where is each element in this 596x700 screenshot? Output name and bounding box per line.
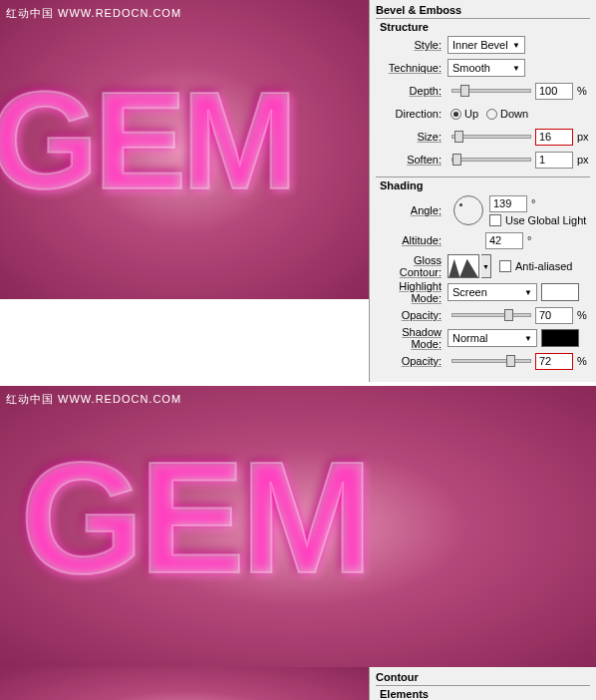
- highlight-mode-select[interactable]: Screen ▼: [447, 283, 537, 301]
- dropdown-arrow-icon: ▼: [524, 334, 532, 343]
- shadow-opacity-unit: %: [577, 355, 587, 367]
- gloss-antialiased-checkbox[interactable]: [499, 260, 511, 272]
- highlight-mode-value: Screen: [452, 286, 487, 298]
- shading-legend: Shading: [376, 179, 427, 191]
- shading-fieldset: Shading Angle: ° Use Global Light Altitu: [376, 176, 590, 372]
- preview-middle: 红动中国 WWW.REDOCN.COM GEM: [0, 386, 596, 667]
- structure-fieldset: Structure Style: Inner Bevel ▼ Technique…: [376, 18, 590, 171]
- global-light-label: Use Global Light: [505, 214, 586, 226]
- structure-legend: Structure: [376, 21, 433, 33]
- highlight-opacity-slider[interactable]: [451, 313, 531, 317]
- watermark-text: 红动中国 WWW.REDOCN.COM: [6, 392, 181, 407]
- technique-value: Smooth: [452, 62, 490, 74]
- watermark-text: 红动中国 WWW.REDOCN.COM: [6, 6, 181, 21]
- preview-bottom: [0, 667, 369, 700]
- preview-top: 红动中国 WWW.REDOCN.COM GEM: [0, 0, 369, 299]
- size-slider[interactable]: [451, 135, 531, 139]
- panel-title: Bevel & Emboss: [376, 4, 590, 16]
- style-label: Style:: [376, 39, 447, 51]
- contour-title: Contour: [376, 671, 590, 683]
- shadow-opacity-label: Opacity:: [376, 355, 447, 367]
- depth-input[interactable]: [535, 83, 573, 100]
- shadow-mode-label: Shadow Mode:: [376, 326, 447, 350]
- shadow-opacity-input[interactable]: [535, 353, 573, 370]
- soften-label: Soften:: [376, 154, 447, 166]
- angle-label: Angle:: [376, 204, 447, 216]
- highlight-opacity-unit: %: [577, 309, 587, 321]
- shadow-mode-value: Normal: [452, 332, 487, 344]
- soften-unit: px: [577, 154, 589, 166]
- direction-label: Direction:: [376, 108, 447, 120]
- angle-input[interactable]: [489, 195, 527, 212]
- soften-input[interactable]: [535, 152, 573, 169]
- altitude-input[interactable]: [485, 232, 523, 249]
- down-label: Down: [500, 108, 528, 120]
- style-value: Inner Bevel: [452, 39, 508, 51]
- technique-label: Technique:: [376, 62, 447, 74]
- gem-text-middle: GEM: [20, 426, 368, 609]
- size-input[interactable]: [535, 129, 573, 146]
- gloss-contour-label: Gloss Contour:: [376, 254, 447, 278]
- altitude-label: Altitude:: [376, 234, 447, 246]
- size-label: Size:: [376, 131, 447, 143]
- up-label: Up: [464, 108, 478, 120]
- highlight-mode-label: Highlight Mode:: [376, 280, 447, 304]
- dropdown-arrow-icon: ▼: [524, 288, 532, 297]
- shadow-mode-select[interactable]: Normal ▼: [447, 329, 537, 347]
- gloss-contour-thumb[interactable]: [447, 254, 479, 278]
- gloss-antialiased-label: Anti-aliased: [515, 260, 572, 272]
- style-select[interactable]: Inner Bevel ▼: [447, 36, 525, 54]
- contour-panel: Contour Elements Contour: ▼ Anti-aliased…: [369, 667, 596, 700]
- technique-select[interactable]: Smooth ▼: [447, 59, 525, 77]
- highlight-color-swatch[interactable]: [541, 283, 579, 301]
- shadow-opacity-slider[interactable]: [451, 359, 531, 363]
- gem-text-top: GEM: [0, 60, 293, 221]
- direction-up-radio[interactable]: [450, 109, 461, 120]
- depth-label: Depth:: [376, 85, 447, 97]
- dropdown-arrow-icon: ▼: [512, 64, 520, 73]
- dropdown-arrow-icon: ▼: [512, 41, 520, 50]
- depth-unit: %: [577, 85, 587, 97]
- elements-legend: Elements: [376, 688, 433, 700]
- bevel-emboss-panel: Bevel & Emboss Structure Style: Inner Be…: [369, 0, 596, 382]
- elements-fieldset: Elements Contour: ▼ Anti-aliased Range: …: [376, 685, 590, 700]
- shadow-color-swatch[interactable]: [541, 329, 579, 347]
- gloss-contour-dropdown[interactable]: ▼: [481, 254, 491, 278]
- global-light-checkbox[interactable]: [489, 214, 501, 226]
- highlight-opacity-label: Opacity:: [376, 309, 447, 321]
- soften-slider[interactable]: [451, 158, 531, 162]
- angle-dial[interactable]: [453, 195, 483, 225]
- altitude-unit: °: [527, 234, 531, 246]
- angle-unit: °: [531, 197, 535, 209]
- depth-slider[interactable]: [451, 89, 531, 93]
- highlight-opacity-input[interactable]: [535, 307, 573, 324]
- direction-down-radio[interactable]: [486, 109, 497, 120]
- size-unit: px: [577, 131, 589, 143]
